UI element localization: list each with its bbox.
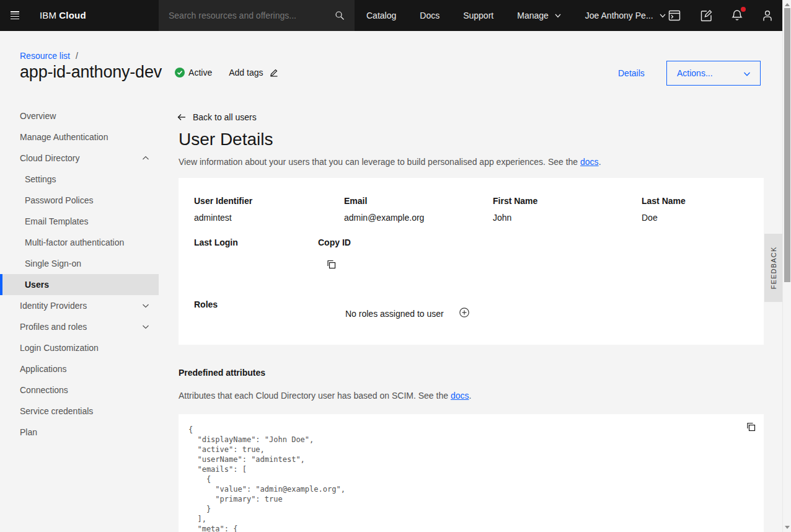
sidebar-item-email-templates[interactable]: Email Templates [0, 211, 159, 232]
scrollbar-down-arrow[interactable] [785, 526, 790, 529]
email-label: Email [344, 196, 367, 206]
sidebar-item-multi-factor-authentication[interactable]: Multi-factor authentication [0, 232, 159, 253]
first-name-value: John [493, 213, 511, 223]
sidebar-item-plan[interactable]: Plan [0, 422, 159, 443]
edit-icon[interactable] [691, 0, 721, 31]
user-identifier-value: admintest [194, 213, 232, 223]
ibm-cloud-logo[interactable]: IBMCloud [40, 0, 86, 31]
sidebar-item-cloud-directory[interactable]: Cloud Directory [0, 148, 159, 169]
predefined-attributes-title: Predefined attributes [179, 368, 265, 378]
email-value: admin@example.org [344, 213, 424, 223]
sidebar-item-settings[interactable]: Settings [0, 169, 159, 190]
scrollbar-thumb[interactable] [784, 8, 790, 282]
navbar-links: Catalog Docs Support Manage Joe Anthony … [355, 0, 678, 31]
copy-id-label: Copy ID [318, 237, 351, 247]
json-code: { "displayName": "John Doe", "active": t… [188, 425, 345, 532]
page-title-row: app-id-anthony-dev Active Add tags [20, 63, 279, 82]
notification-badge-dot [741, 7, 746, 12]
predefined-attributes-description: Attributes that each Cloud Directory use… [179, 391, 471, 401]
chevron-down-icon [141, 301, 150, 310]
brand-cloud: Cloud [59, 10, 86, 20]
status-badge: Active [175, 68, 212, 78]
nav-manage[interactable]: Manage [505, 0, 573, 31]
sidebar-item-identity-providers[interactable]: Identity Providers [0, 295, 159, 316]
edit-pencil-icon [269, 68, 279, 78]
roles-label: Roles [194, 299, 218, 309]
arrow-left-icon [177, 112, 187, 122]
top-navbar: IBMCloud Search resources and offerings.… [0, 0, 791, 31]
sidebar-item-applications[interactable]: Applications [0, 358, 159, 379]
breadcrumb: Resource list/ [20, 51, 78, 61]
sidebar-item-users[interactable]: Users [0, 274, 159, 295]
add-tags-button[interactable]: Add tags [229, 68, 279, 78]
search-placeholder: Search resources and offerings... [169, 0, 296, 31]
breadcrumb-resource-list[interactable]: Resource list [20, 51, 70, 61]
sidebar-item-profiles-and-roles[interactable]: Profiles and roles [0, 316, 159, 337]
nav-support[interactable]: Support [451, 0, 505, 31]
sidebar-item-login-customization[interactable]: Login Customization [0, 337, 159, 358]
sidebar-item-connections[interactable]: Connections [0, 379, 159, 401]
avatar-icon[interactable] [753, 0, 782, 31]
last-name-label: Last Name [642, 196, 686, 206]
chevron-up-icon [141, 154, 150, 162]
scim-json-snippet: { "displayName": "John Doe", "active": t… [179, 414, 764, 532]
sidebar-nav: Overview Manage Authentication Cloud Dir… [0, 105, 159, 443]
nav-docs[interactable]: Docs [408, 0, 451, 31]
user-identifier-label: User Identifier [194, 196, 252, 206]
copy-id-button[interactable] [326, 259, 337, 272]
page-scrollbar[interactable] [782, 0, 791, 532]
scrollbar-up-arrow[interactable] [785, 3, 790, 6]
brand-ibm: IBM [40, 10, 56, 20]
plus-circle-icon [459, 307, 470, 318]
search-icon[interactable] [335, 11, 345, 20]
global-search[interactable]: Search resources and offerings... [159, 0, 355, 31]
user-details-card: User Identifier Email First Name Last Na… [179, 178, 764, 345]
user-details-description: View information about your users that y… [179, 157, 601, 167]
copy-json-button[interactable] [746, 422, 756, 434]
cloud-shell-icon[interactable] [660, 0, 689, 31]
chevron-down-icon [743, 69, 751, 78]
details-link[interactable]: Details [618, 68, 645, 78]
docs-link[interactable]: docs [451, 391, 469, 401]
docs-link[interactable]: docs [580, 157, 599, 167]
sidebar-item-single-sign-on[interactable]: Single Sign-on [0, 253, 159, 274]
roles-empty-text: No roles assigned to user [345, 309, 444, 319]
check-circle-icon [175, 68, 185, 78]
feedback-tab[interactable]: FEEDBACK [764, 234, 782, 302]
hamburger-icon [11, 11, 19, 21]
last-name-value: Doe [642, 213, 658, 223]
notifications-icon[interactable] [722, 0, 752, 31]
chevron-down-icon [554, 12, 562, 19]
status-label: Active [188, 68, 212, 78]
nav-catalog[interactable]: Catalog [355, 0, 408, 31]
user-details-title: User Details [179, 130, 273, 149]
back-to-all-users-link[interactable]: Back to all users [177, 112, 257, 122]
breadcrumb-separator: / [76, 51, 78, 61]
chevron-down-icon [141, 322, 150, 331]
actions-dropdown[interactable]: Actions... [666, 61, 761, 86]
copy-icon [746, 422, 756, 432]
sidebar-item-password-polices[interactable]: Password Polices [0, 190, 159, 211]
add-role-button[interactable] [459, 307, 470, 320]
last-login-label: Last Login [194, 237, 238, 247]
sidebar-item-overview[interactable]: Overview [0, 105, 159, 126]
page-title: app-id-anthony-dev [20, 63, 162, 82]
menu-button[interactable] [0, 0, 30, 31]
copy-icon [326, 259, 337, 270]
sidebar-item-manage-authentication[interactable]: Manage Authentication [0, 126, 159, 148]
sidebar-item-service-credentials[interactable]: Service credentials [0, 401, 159, 422]
first-name-label: First Name [493, 196, 537, 206]
